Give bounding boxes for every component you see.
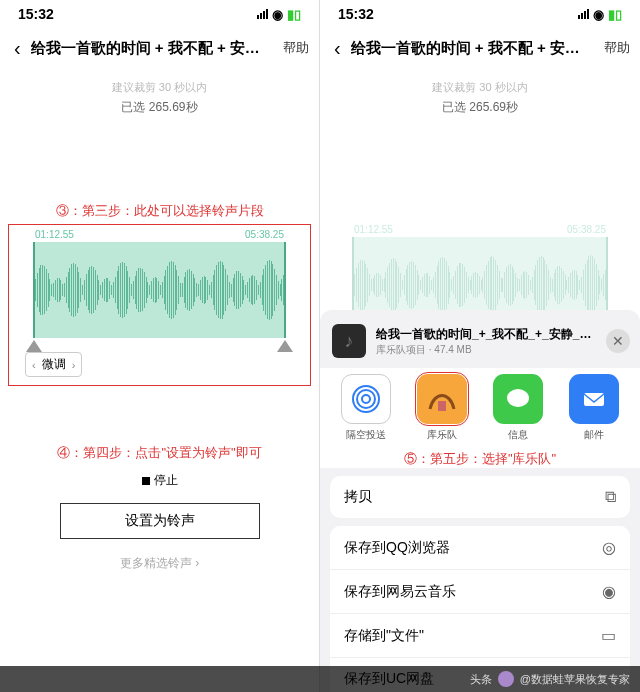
status-time: 15:32	[338, 6, 374, 22]
waveform[interactable]	[9, 242, 310, 338]
row-save-qq[interactable]: 保存到QQ浏览器◎	[330, 526, 630, 570]
set-ringtone-button[interactable]: 设置为铃声	[60, 503, 260, 539]
trim-hint: 建议裁剪 30 秒以内	[320, 80, 640, 95]
waveform-editor[interactable]: 01:12.55 05:38.25 ‹ 微调 ›	[8, 224, 311, 386]
status-indicators: ◉ ▮▯	[578, 7, 622, 22]
share-file-subtitle: 库乐队项目 · 47.4 MB	[376, 343, 596, 357]
close-icon[interactable]: ✕	[606, 329, 630, 353]
svg-point-4	[507, 389, 529, 407]
status-indicators: ◉ ▮▯	[257, 7, 301, 22]
stop-button[interactable]: 停止	[0, 472, 319, 489]
chevron-right-icon: ›	[72, 359, 76, 371]
file-thumbnail-icon: ♪	[332, 324, 366, 358]
help-link[interactable]: 帮助	[604, 39, 630, 57]
trim-hint: 建议裁剪 30 秒以内	[0, 80, 319, 95]
wifi-icon: ◉	[272, 7, 283, 22]
action-list-copy: 拷贝 ⧉	[330, 476, 630, 518]
app-mail[interactable]: 邮件	[562, 374, 626, 442]
footer-author: @数据蛙苹果恢复专家	[520, 672, 630, 687]
row-copy[interactable]: 拷贝 ⧉	[330, 476, 630, 518]
nav-bar: ‹ 给我一首歌的时间 + 我不配 + 安… 帮助	[320, 28, 640, 68]
status-time: 15:32	[18, 6, 54, 22]
app-garageband[interactable]: 库乐队	[410, 374, 474, 442]
trim-handle-left[interactable]	[33, 242, 35, 338]
waveform-bars	[33, 242, 286, 338]
mail-icon	[569, 374, 619, 424]
share-sheet: ♪ 给我一首歌的时间_+_我不配_+_安静_+_… 库乐队项目 · 47.4 M…	[320, 310, 640, 692]
svg-rect-5	[584, 393, 604, 406]
battery-icon: ▮▯	[287, 7, 301, 22]
share-file-title: 给我一首歌的时间_+_我不配_+_安静_+_…	[376, 326, 596, 343]
signal-icon	[578, 9, 589, 19]
time-labels: 01:12.55 05:38.25	[9, 229, 310, 242]
trim-knob-left[interactable]	[26, 340, 42, 352]
more-ringtones-link[interactable]: 更多精选铃声 ›	[0, 555, 319, 572]
page-title: 给我一首歌的时间 + 我不配 + 安…	[351, 39, 598, 58]
stop-icon	[142, 477, 150, 485]
phone-screenshot-right: 15:32 ◉ ▮▯ ‹ 给我一首歌的时间 + 我不配 + 安… 帮助 建议裁剪…	[320, 0, 640, 692]
share-apps-row: 隔空投送 库乐队 信息 邮件	[320, 368, 640, 446]
trim-handle-right[interactable]	[284, 242, 286, 338]
fine-tune-label: 微调	[42, 356, 66, 373]
selected-duration: 已选 265.69秒	[320, 99, 640, 116]
help-link[interactable]: 帮助	[283, 39, 309, 57]
wifi-icon: ◉	[593, 7, 604, 22]
watermark-footer: 头条 @数据蛙苹果恢复专家	[0, 666, 640, 692]
files-icon: ▭	[601, 626, 616, 645]
annotation-step3: ③：第三步：此处可以选择铃声片段	[0, 202, 319, 220]
fine-tune-button[interactable]: ‹ 微调 ›	[25, 352, 82, 377]
annotation-step4: ④：第四步：点击"设置为铃声"即可	[0, 444, 319, 462]
battery-icon: ▮▯	[608, 7, 622, 22]
netease-icon: ◉	[602, 582, 616, 601]
nav-bar: ‹ 给我一首歌的时间 + 我不配 + 安… 帮助	[0, 28, 319, 68]
status-bar: 15:32 ◉ ▮▯	[320, 0, 640, 28]
back-icon[interactable]: ‹	[330, 37, 345, 60]
garageband-icon	[417, 374, 467, 424]
phone-screenshot-left: 15:32 ◉ ▮▯ ‹ 给我一首歌的时间 + 我不配 + 安… 帮助 建议裁剪…	[0, 0, 320, 692]
back-icon[interactable]: ‹	[10, 37, 25, 60]
svg-rect-3	[438, 401, 446, 411]
airdrop-icon	[341, 374, 391, 424]
end-time: 05:38.25	[245, 229, 284, 240]
svg-point-1	[357, 390, 375, 408]
app-airdrop[interactable]: 隔空投送	[334, 374, 398, 442]
qq-icon: ◎	[602, 538, 616, 557]
share-header: ♪ 给我一首歌的时间_+_我不配_+_安静_+_… 库乐队项目 · 47.4 M…	[320, 320, 640, 368]
trim-knob-right[interactable]	[277, 340, 293, 352]
row-save-netease[interactable]: 保存到网易云音乐◉	[330, 570, 630, 614]
row-save-files[interactable]: 存储到"文件"▭	[330, 614, 630, 658]
waveform-selection	[33, 242, 286, 338]
avatar	[498, 671, 514, 687]
status-bar: 15:32 ◉ ▮▯	[0, 0, 319, 28]
page-title: 给我一首歌的时间 + 我不配 + 安…	[31, 39, 277, 58]
app-messages[interactable]: 信息	[486, 374, 550, 442]
svg-point-0	[362, 395, 370, 403]
chevron-left-icon: ‹	[32, 359, 36, 371]
messages-icon	[493, 374, 543, 424]
footer-prefix: 头条	[470, 672, 492, 687]
copy-icon: ⧉	[605, 488, 616, 506]
start-time: 01:12.55	[35, 229, 74, 240]
selected-duration: 已选 265.69秒	[0, 99, 319, 116]
signal-icon	[257, 9, 268, 19]
annotation-step5: ⑤：第五步：选择"库乐队"	[320, 446, 640, 468]
